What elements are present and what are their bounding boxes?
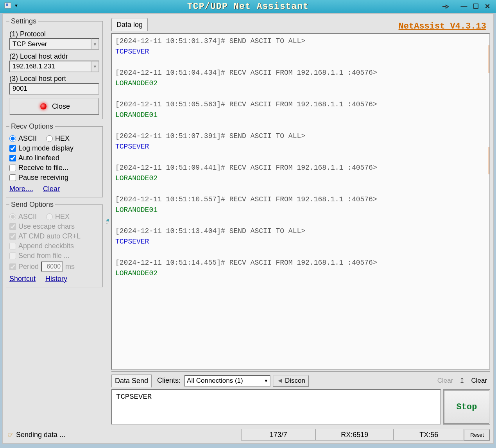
- settings-group: Settings (1) Protocol ▼ (2) Local host a…: [6, 17, 103, 119]
- host-addr-select[interactable]: [9, 61, 91, 72]
- send-escape-checkbox: [9, 223, 16, 230]
- send-append-label: Append checkbits: [18, 242, 74, 250]
- clients-select-value: All Connections (1): [187, 377, 243, 385]
- log-textarea[interactable]: [2024-12-11 10:51:01.374]# SEND ASCII TO…: [111, 33, 490, 370]
- status-ratio: 173/7: [241, 429, 315, 441]
- send-input-content: TCPSEVER: [116, 392, 152, 401]
- led-red-icon: [39, 102, 48, 111]
- send-input[interactable]: TCPSEVER: [111, 389, 441, 425]
- tab-data-log[interactable]: Data log: [111, 18, 148, 31]
- host-port-label: (3) Local host port: [9, 75, 99, 83]
- disconnect-button[interactable]: ◄ Discon: [273, 375, 309, 387]
- send-fromfile-label: Send from file ...: [18, 252, 70, 260]
- hand-icon: ☞: [7, 430, 14, 439]
- send-ascii-radio: [9, 213, 16, 220]
- send-options-group: Send Options ASCII HEX Use escape chars …: [6, 201, 103, 287]
- main-frame: Settings (1) Protocol ▼ (2) Local host a…: [2, 13, 494, 444]
- sidebar: Settings (1) Protocol ▼ (2) Local host a…: [6, 17, 103, 425]
- right-pane: Data log NetAssist V4.3.13 [2024-12-11 1…: [111, 17, 490, 425]
- close-window-button[interactable]: ✕: [483, 3, 492, 11]
- maximize-button[interactable]: ☐: [471, 3, 480, 11]
- chevron-down-icon[interactable]: ▼: [91, 61, 99, 72]
- send-period-label: Period: [18, 263, 39, 271]
- close-btn-label: Close: [52, 102, 70, 111]
- send-history-link[interactable]: History: [45, 275, 67, 283]
- stop-button[interactable]: Stop: [443, 389, 490, 425]
- chevron-down-icon[interactable]: ▼: [91, 38, 99, 50]
- scrollbar-marker: [489, 45, 490, 73]
- send-escape-label: Use escape chars: [18, 222, 75, 231]
- send-hex-radio: [46, 213, 53, 220]
- host-port-input[interactable]: [9, 83, 99, 95]
- send-toolbar: Data Send Clients: All Connections (1) ▼…: [111, 371, 490, 388]
- protocol-label: (1) Protocol: [9, 30, 99, 38]
- recv-hex-label: HEX: [55, 134, 70, 143]
- recv-autolf-checkbox[interactable]: [9, 155, 16, 161]
- send-shortcut-link[interactable]: Shortcut: [9, 275, 36, 283]
- send-atcmd-label: AT CMD auto CR+L: [18, 232, 81, 240]
- svg-rect-1: [6, 4, 8, 6]
- reset-button[interactable]: Reset: [464, 429, 490, 441]
- chevron-down-icon: ▼: [264, 378, 268, 383]
- recv-logmode-checkbox[interactable]: [9, 145, 16, 152]
- recv-pause-checkbox[interactable]: [9, 174, 16, 181]
- send-period-checkbox: [9, 263, 16, 270]
- scrollbar-marker: [489, 147, 490, 174]
- dropdown-icon: ▼: [14, 3, 18, 8]
- clear-send-link: Clear: [434, 375, 457, 387]
- recv-more-link[interactable]: More....: [9, 185, 33, 193]
- send-legend: Send Options: [9, 201, 55, 209]
- protocol-select[interactable]: [9, 38, 91, 50]
- tab-data-send[interactable]: Data Send: [111, 374, 152, 387]
- send-period-input: [41, 262, 63, 272]
- recv-ascii-radio[interactable]: [9, 135, 16, 142]
- status-rx: RX:6519: [315, 429, 394, 441]
- recv-ascii-label: ASCII: [18, 134, 37, 143]
- send-ascii-label: ASCII: [18, 213, 37, 221]
- recv-autolf-label: Auto linefeed: [18, 154, 59, 162]
- pin-icon[interactable]: [440, 3, 450, 11]
- brand-link[interactable]: NetAssist V4.3.13: [399, 22, 490, 31]
- send-period-unit: ms: [65, 263, 75, 271]
- status-tx: TX:56: [394, 429, 464, 441]
- recv-legend: Recv Options: [9, 122, 55, 131]
- minimize-button[interactable]: —: [459, 3, 469, 11]
- recv-tofile-checkbox[interactable]: [9, 165, 16, 171]
- send-hex-label: HEX: [55, 213, 70, 221]
- status-bar: ☞ Sending data ... 173/7 RX:6519 TX:56 R…: [6, 428, 490, 441]
- recv-logmode-label: Log mode display: [18, 144, 73, 152]
- upload-icon[interactable]: ↥: [459, 376, 465, 385]
- status-text: Sending data ...: [16, 431, 65, 439]
- settings-legend: Settings: [9, 17, 38, 25]
- send-atcmd-checkbox: [9, 233, 16, 240]
- arrow-left-icon: ◄: [277, 377, 283, 385]
- window-title: TCP/UDP Net Assistant: [187, 2, 309, 12]
- close-connection-button[interactable]: Close: [9, 98, 99, 115]
- clear-log-button[interactable]: Clear: [468, 375, 490, 387]
- title-bar: ▼ TCP/UDP Net Assistant — ☐ ✕: [0, 0, 496, 13]
- host-addr-label: (2) Local host addr: [9, 52, 99, 61]
- recv-clear-link[interactable]: Clear: [43, 185, 60, 193]
- splitter-grip[interactable]: ◂::: [105, 17, 109, 425]
- recv-options-group: Recv Options ASCII HEX Log mode display …: [6, 122, 103, 197]
- recv-hex-radio[interactable]: [46, 135, 53, 142]
- clients-label: Clients:: [157, 376, 181, 385]
- disconnect-label: Discon: [285, 377, 305, 385]
- send-fromfile-checkbox: [9, 253, 16, 259]
- send-append-checkbox: [9, 243, 16, 249]
- recv-tofile-label: Receive to file...: [18, 164, 68, 172]
- system-menu-button[interactable]: ▼: [4, 2, 18, 9]
- clients-select[interactable]: All Connections (1) ▼: [184, 375, 270, 387]
- recv-pause-label: Pause receiving: [18, 174, 68, 182]
- stop-button-label: Stop: [457, 402, 477, 412]
